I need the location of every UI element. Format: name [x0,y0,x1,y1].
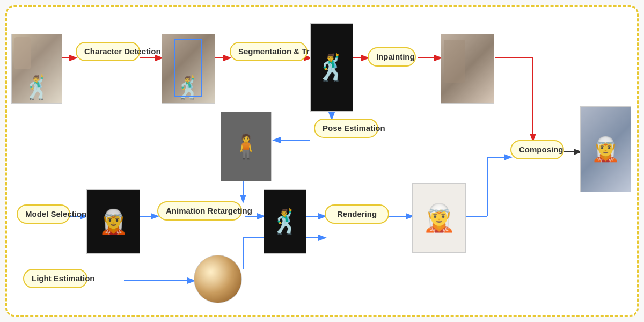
detection-result-frame: 🕺 [162,34,215,104]
inpainted-background [441,34,494,104]
pose-estimation-label: Pose Estimation [314,119,378,138]
3d-character-model: 🧝 [86,189,140,254]
animated-model-frame: 🕺 [264,189,306,254]
segmentation-tracking-label: Segmentation & Tracking [230,42,308,61]
character-detection-label: Character Detection [76,42,140,61]
rendering-label: Rendering [325,204,389,224]
composing-label: Composing [510,140,564,159]
original-video-frame: 🕺 [11,34,62,104]
rendered-character: 🧝 [412,183,466,253]
pipeline-container: 🕺 Character Detection 🕺 Segmentation & T… [5,5,639,317]
segmented-frame: 🕺 [310,23,353,112]
3d-pose-result: 🧍 [221,112,272,181]
hdri-image [194,255,242,303]
animation-retargeting-label: Animation Retargeting [157,201,242,221]
light-estimation-label: Light Estimation [23,269,87,288]
model-selection-label: Model Selection [17,204,70,224]
composited-output: 🧝 [580,106,631,192]
inpainting-label: Inpainting [368,47,416,67]
